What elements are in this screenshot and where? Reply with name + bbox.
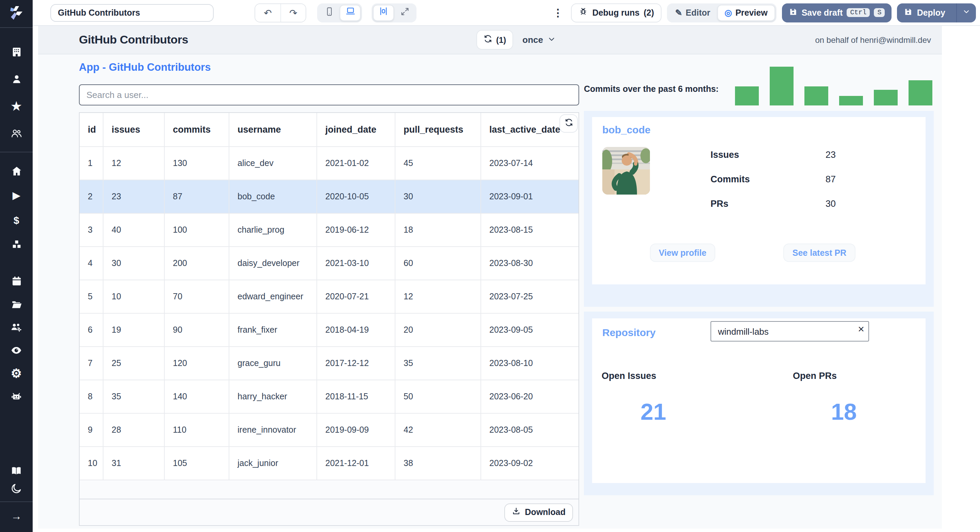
- table-row[interactable]: 51070edward_engineer2020-07-21122023-07-…: [80, 280, 579, 314]
- more-options-kebab-button[interactable]: ⋮: [553, 6, 563, 19]
- fullscreen-layout-button[interactable]: [394, 5, 415, 21]
- table-cell: 6: [80, 314, 103, 346]
- table-cell: 9: [80, 414, 103, 446]
- table-cell: 2: [80, 180, 103, 213]
- mobile-view-button[interactable]: [318, 5, 340, 21]
- kbd-s: S: [874, 8, 885, 17]
- table-cell: 45: [395, 147, 481, 179]
- bug-icon: [579, 7, 588, 18]
- sidebar-item-folders[interactable]: [10, 298, 22, 310]
- table-cell: 28: [103, 414, 165, 446]
- table-cell: 2023-07-25: [481, 280, 579, 313]
- table-cell: 7: [80, 347, 103, 380]
- sidebar-item-resources[interactable]: [10, 238, 22, 250]
- table-cell: 87: [165, 180, 229, 213]
- table-row[interactable]: 112130alice_dev2021-01-02452023-07-14: [80, 147, 579, 180]
- table-cell: 200: [165, 247, 229, 279]
- table-cell: 38: [395, 447, 481, 480]
- repository-input[interactable]: [711, 321, 869, 341]
- open-issues-label: Open Issues: [601, 371, 656, 381]
- sidebar-item-ai[interactable]: [10, 391, 22, 403]
- app-refresh-button[interactable]: (1): [476, 30, 513, 50]
- table-row[interactable]: 1031105jack_junior2021-12-01382023-09-02: [80, 447, 579, 480]
- clear-input-x-icon[interactable]: ×: [858, 324, 864, 335]
- undo-button[interactable]: ↶: [255, 4, 280, 21]
- table-cell: harry_hacker: [229, 380, 317, 413]
- star-favorites-icon[interactable]: ★: [10, 100, 22, 112]
- commit-bar: [804, 86, 828, 105]
- centered-layout-button[interactable]: [373, 5, 394, 21]
- column-header: joined_date: [317, 113, 395, 146]
- table-row[interactable]: 430200daisy_developer2021-03-10602023-08…: [80, 247, 579, 280]
- table-cell: 2021-03-10: [317, 247, 395, 279]
- deploy-dropdown-button[interactable]: [956, 3, 976, 22]
- sidebar-nav-group-2: ⚙: [10, 275, 22, 403]
- sidebar-item-user-group[interactable]: [10, 127, 22, 140]
- docs-book-icon[interactable]: [10, 465, 22, 477]
- floppy-deploy-icon: [904, 7, 913, 18]
- editor-label: Editor: [686, 8, 710, 17]
- preview-label: Preview: [735, 8, 768, 17]
- stat-value-prs: 30: [826, 199, 836, 209]
- sidebar-nav-group-1: ▶ $: [10, 165, 22, 250]
- save-draft-button[interactable]: Save draft Ctrl S: [782, 3, 892, 22]
- table-cell: 31: [103, 447, 165, 480]
- table-cell: 10: [80, 447, 103, 480]
- device-toggle: [317, 3, 362, 22]
- user-card-panel: bob_code: [584, 111, 934, 307]
- table-row[interactable]: 340100charlie_prog2019-06-12182023-08-15: [80, 214, 579, 247]
- table-cell: 18: [395, 214, 481, 246]
- sidebar-item-user[interactable]: [10, 73, 22, 85]
- stat-label-prs: PRs: [711, 199, 729, 209]
- sidebar-item-settings[interactable]: ⚙: [10, 367, 22, 380]
- commit-bar: [908, 80, 932, 105]
- sidebar-item-audit-logs[interactable]: [10, 344, 22, 356]
- save-draft-label: Save draft: [802, 8, 843, 17]
- undo-icon: ↶: [264, 7, 272, 18]
- table-cell: 130: [165, 147, 229, 179]
- search-user-input[interactable]: [79, 84, 579, 105]
- table-cell: 1: [80, 147, 103, 179]
- table-row[interactable]: 928110irene_innovator2019-09-09422023-08…: [80, 414, 579, 447]
- table-refresh-button[interactable]: [559, 114, 578, 133]
- laptop-icon: [345, 6, 356, 19]
- sidebar-item-users-settings[interactable]: [10, 321, 22, 333]
- windmill-logo-icon[interactable]: [8, 4, 25, 22]
- debug-runs-count: (2): [644, 8, 654, 17]
- redo-button[interactable]: ↷: [280, 4, 305, 21]
- editor-tab[interactable]: ✎ Editor: [668, 5, 717, 21]
- refresh-count: (1): [496, 35, 506, 44]
- table-cell: 3: [80, 214, 103, 246]
- sidebar-item-workspace[interactable]: [10, 46, 22, 58]
- see-latest-pr-button[interactable]: See latest PR: [783, 243, 856, 262]
- deploy-button[interactable]: Deploy: [897, 3, 976, 22]
- editor-toolbar: ↶ ↷ ⋮ Debug runs (2): [33, 0, 980, 26]
- open-prs-value: 18: [810, 399, 878, 425]
- table-row[interactable]: 22387bob_code2020-10-05302023-09-01: [80, 180, 579, 214]
- table-cell: 23: [103, 180, 165, 213]
- commits-bar-chart: [735, 67, 932, 105]
- view-profile-button[interactable]: View profile: [650, 243, 715, 262]
- schedule-dropdown[interactable]: once: [522, 35, 555, 45]
- table-cell: 120: [165, 347, 229, 380]
- table-row[interactable]: 61990frank_fixer2018-04-19202023-09-05: [80, 314, 579, 347]
- sidebar-item-home[interactable]: [10, 165, 22, 177]
- sidebar-item-runs[interactable]: ▶: [10, 189, 22, 202]
- sidebar-item-billing[interactable]: $: [10, 214, 22, 226]
- desktop-view-button[interactable]: [340, 5, 361, 21]
- app-name-input[interactable]: [50, 4, 214, 21]
- sidebar-item-schedules[interactable]: [10, 275, 22, 287]
- repository-card-panel: Repository × Open Issues Open PRs 21 18: [584, 311, 934, 495]
- table-cell: 2023-08-05: [481, 414, 579, 446]
- table-row[interactable]: 725120grace_guru2017-12-12352023-08-10: [80, 347, 579, 380]
- download-button[interactable]: Download: [504, 503, 573, 521]
- preview-tab[interactable]: ◎ Preview: [717, 5, 775, 21]
- debug-runs-button[interactable]: Debug runs (2): [571, 3, 662, 22]
- dark-mode-moon-icon[interactable]: [10, 482, 22, 495]
- pencil-icon: ✎: [675, 8, 682, 18]
- table-row[interactable]: 835140harry_hacker2018-11-15502023-06-20: [80, 380, 579, 414]
- table-cell: 2023-09-05: [481, 314, 579, 346]
- table-cell: 2023-09-02: [481, 447, 579, 480]
- expand-sidebar-arrow-icon[interactable]: →: [10, 510, 22, 522]
- table-cell: 2023-06-20: [481, 380, 579, 413]
